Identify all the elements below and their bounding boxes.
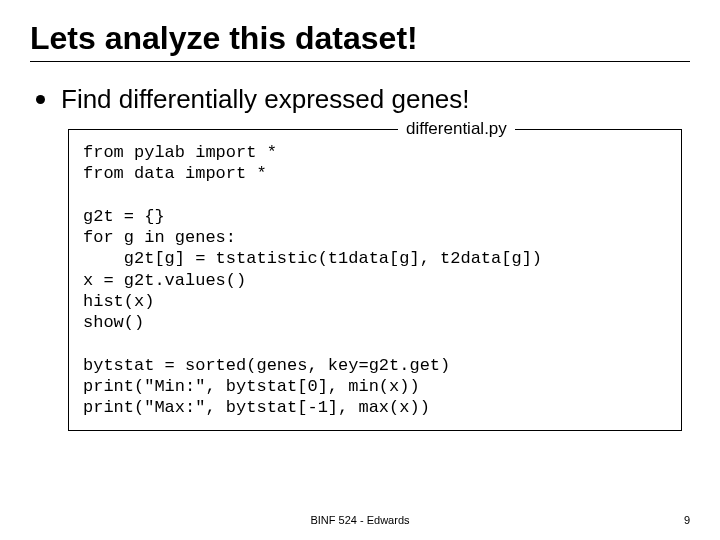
slide-title: Lets analyze this dataset! — [30, 20, 690, 57]
bullet-item: Find differentially expressed genes! — [30, 84, 690, 115]
code-legend: differential.py — [398, 119, 515, 139]
page-number: 9 — [684, 514, 690, 526]
bullet-dot-icon — [36, 95, 45, 104]
slide-footer: BINF 524 - Edwards — [0, 514, 720, 526]
code-block: from pylab import * from data import * g… — [68, 129, 682, 431]
bullet-text: Find differentially expressed genes! — [61, 84, 470, 115]
code-fieldset: differential.py from pylab import * from… — [68, 129, 682, 431]
title-underline — [30, 61, 690, 62]
